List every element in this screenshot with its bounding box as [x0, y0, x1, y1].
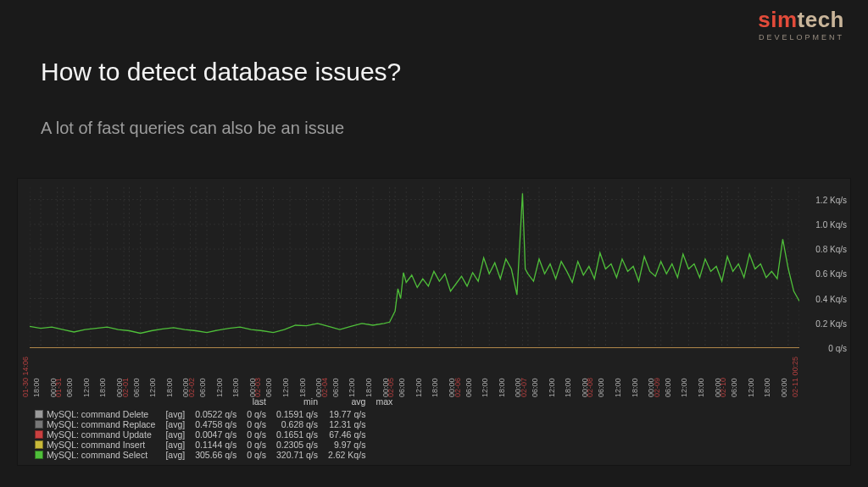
x-tick: 02-08 [587, 378, 594, 397]
legend-stat: [avg] [160, 440, 190, 450]
legend-label: MySQL: command Select [47, 450, 147, 460]
x-tick: 12:00 [282, 378, 290, 397]
x-tick: 06:00 [133, 378, 141, 397]
x-tick: 12:00 [415, 378, 423, 397]
legend-row[interactable]: MySQL: command Replace[avg]0.4758 q/s0 q… [30, 419, 398, 429]
legend-col-header [160, 396, 190, 409]
x-tick: 18:00 [232, 378, 240, 397]
legend-swatch [35, 410, 43, 418]
chart-y-axis: 0 q/s0.2 Kq/s0.4 Kq/s0.6 Kq/s0.8 Kq/s1.0… [803, 187, 847, 348]
legend-row[interactable]: MySQL: command Delete[avg]0.0522 q/s0 q/… [30, 409, 398, 419]
legend-min: 0 q/s [242, 450, 271, 460]
legend-row[interactable]: MySQL: command Insert[avg]0.1144 q/s0 q/… [30, 440, 398, 450]
x-tick: 06:00 [598, 378, 605, 397]
x-tick: 02-09 [654, 378, 661, 397]
x-tick: 18:00 [99, 378, 107, 397]
legend-col-header: avg [323, 396, 370, 409]
x-tick: 02-01 [122, 378, 130, 397]
chart-plot [30, 187, 799, 348]
x-tick: 06:00 [465, 378, 473, 397]
legend-avg: 0.1591 q/s [271, 409, 323, 419]
legend-swatch [35, 440, 43, 449]
legend-last: 0.0522 q/s [190, 409, 242, 419]
x-tick: 02-03 [254, 378, 262, 397]
legend-last: 305.66 q/s [190, 450, 242, 460]
x-tick: 02-11 00:25 [792, 357, 799, 397]
legend-swatch [35, 451, 43, 459]
x-tick: 12:00 [615, 378, 622, 397]
legend-col-header: last [242, 396, 271, 409]
x-tick: 18:00 [166, 378, 174, 397]
x-tick: 18:00 [33, 378, 41, 397]
legend-avg: 0.1651 q/s [271, 429, 323, 440]
x-tick: 01-30 14:06 [22, 357, 30, 397]
brand-name-b: tech [798, 7, 844, 32]
legend-table: lastminavgmax MySQL: command Delete[avg]… [30, 396, 398, 460]
legend-label: MySQL: command Delete [47, 409, 148, 419]
x-tick: 06:00 [332, 378, 340, 397]
x-tick: 06:00 [531, 378, 539, 397]
y-tick: 0 q/s [828, 344, 847, 353]
brand-logo: simtech DEVELOPMENT [758, 8, 844, 42]
x-tick: 06:00 [265, 378, 273, 397]
legend-max: 9.97 q/s [323, 440, 370, 450]
legend-header-row: lastminavgmax [30, 396, 398, 409]
legend-max: 2.62 Kq/s [323, 450, 370, 460]
x-tick: 18:00 [698, 378, 705, 397]
y-tick: 0.8 Kq/s [815, 245, 847, 254]
x-tick: 12:00 [348, 378, 356, 397]
x-tick: 02-02 [188, 378, 196, 397]
legend-stat: [avg] [160, 450, 190, 460]
legend-min: 0 q/s [242, 409, 271, 419]
chart-x-axis: 01-30 14:0618:0000:0001-3106:0012:0018:0… [30, 351, 799, 397]
x-tick: 18:00 [498, 378, 506, 397]
legend-min: 0 q/s [242, 419, 271, 429]
x-tick: 18:00 [565, 378, 572, 397]
y-tick: 1.2 Kq/s [815, 195, 847, 204]
x-tick: 12:00 [83, 378, 91, 397]
legend-col-header: min [271, 396, 323, 409]
legend-min: 0 q/s [242, 429, 271, 440]
x-tick: 01-31 [55, 378, 63, 397]
legend-row[interactable]: MySQL: command Update[avg]0.0047 q/s0 q/… [30, 429, 398, 440]
x-tick: 12:00 [216, 378, 224, 397]
x-tick: 18:00 [431, 378, 439, 397]
y-tick: 0.2 Kq/s [815, 318, 847, 328]
legend-stat: [avg] [160, 429, 190, 440]
legend-label: MySQL: command Update [47, 429, 152, 440]
x-tick: 12:00 [149, 378, 157, 397]
x-tick: 12:00 [681, 378, 688, 397]
x-tick: 06:00 [199, 378, 207, 397]
legend-col-header [190, 396, 242, 409]
y-tick: 0.4 Kq/s [815, 294, 847, 303]
x-tick: 06:00 [66, 378, 74, 397]
x-tick: 12:00 [481, 378, 489, 397]
x-tick: 02-05 [387, 378, 395, 397]
legend-swatch [35, 420, 43, 429]
legend-avg: 320.71 q/s [271, 450, 323, 460]
legend-col-header [30, 396, 160, 409]
chart-panel: 0 q/s0.2 Kq/s0.4 Kq/s0.6 Kq/s0.8 Kq/s1.0… [17, 178, 851, 466]
x-tick: 02-06 [454, 378, 462, 397]
x-tick: 18:00 [632, 378, 639, 397]
x-tick: 06:00 [665, 378, 672, 397]
legend-avg: 0.2305 q/s [271, 440, 323, 450]
legend-last: 0.4758 q/s [190, 419, 242, 429]
legend-min: 0 q/s [242, 440, 271, 450]
legend-label: MySQL: command Insert [47, 440, 145, 450]
legend-stat: [avg] [160, 409, 190, 419]
brand-sub: DEVELOPMENT [758, 34, 844, 42]
x-tick: 18:00 [365, 378, 373, 397]
legend-label: MySQL: command Replace [47, 419, 155, 429]
page-subtitle: A lot of fast queries can also be an iss… [41, 119, 344, 138]
legend-avg: 0.628 q/s [271, 419, 323, 429]
legend-last: 0.0047 q/s [190, 429, 242, 440]
legend-last: 0.1144 q/s [190, 440, 242, 450]
legend-max: 67.46 q/s [323, 429, 370, 440]
y-tick: 0.6 Kq/s [815, 269, 847, 279]
legend-row[interactable]: MySQL: command Select[avg]305.66 q/s0 q/… [30, 450, 398, 460]
legend-max: 19.77 q/s [323, 409, 370, 419]
x-tick: 02-07 [520, 378, 528, 397]
legend-col-header: max [370, 396, 398, 409]
chart-svg [30, 187, 799, 348]
